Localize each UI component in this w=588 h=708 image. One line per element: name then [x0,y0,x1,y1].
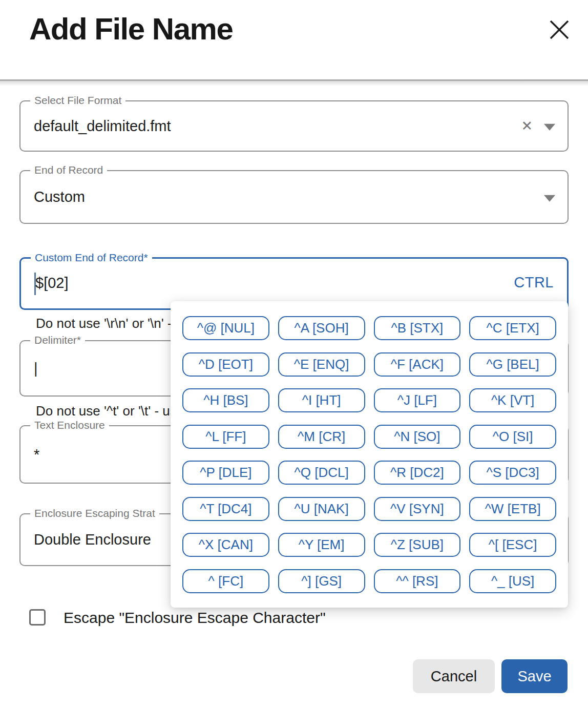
select-file-format-field[interactable]: Select File Format default_delimited.fmt… [19,100,569,152]
ctrl-key-button[interactable]: ^_ [US] [469,569,556,593]
ctrl-key-button[interactable]: ^ [FC] [182,569,269,593]
enclosure-escaping-strategy-value: Double Enclosure [34,531,151,548]
ctrl-key-button[interactable]: ^H [BS] [182,388,269,412]
end-of-record-field[interactable]: End of Record Custom [19,170,569,224]
ctrl-key-button[interactable]: ^Y [EM] [278,533,365,557]
ctrl-key-button[interactable]: ^@ [NUL] [182,316,269,340]
escape-enclosure-checkbox[interactable] [29,609,46,626]
ctrl-key-button[interactable]: ^S [DC3] [469,461,556,485]
close-icon [549,19,570,40]
ctrl-key-button[interactable]: ^K [VT] [469,388,556,412]
delimiter-value: | [34,360,38,377]
ctrl-key-button[interactable]: ^J [LF] [374,388,461,412]
ctrl-key-button[interactable]: ^M [CR] [278,425,365,449]
text-enclosure-label: Text Enclosure [30,419,109,431]
ctrl-adornment[interactable]: CTRL [514,274,554,290]
ctrl-key-button[interactable]: ^L [FF] [182,425,269,449]
ctrl-key-button[interactable]: ^T [DC4] [182,497,269,521]
escape-enclosure-checkbox-label[interactable]: Escape "Enclosure Escape Character" [64,609,326,627]
chevron-down-icon[interactable] [544,195,555,201]
ctrl-key-button[interactable]: ^U [NAK] [278,497,365,521]
custom-end-of-record-label: Custom End of Record* [31,252,152,264]
select-file-format-value: default_delimited.fmt [34,118,171,135]
end-of-record-value: Custom [34,189,85,205]
end-of-record-label: End of Record [30,164,107,176]
ctrl-key-button[interactable]: ^C [ETX] [469,316,556,340]
ctrl-key-button[interactable]: ^I [HT] [278,388,365,412]
chevron-down-icon[interactable] [544,124,555,131]
ctrl-key-button[interactable]: ^F [ACK] [374,352,461,377]
enclosure-escaping-strategy-label: Enclosure Escaping Strat [30,507,159,519]
close-button[interactable] [547,17,572,42]
ctrl-key-button[interactable]: ^W [ETB] [469,497,556,521]
ctrl-character-popup: ^@ [NUL] ^A [SOH] ^B [STX] ^C [ETX] ^D [… [171,301,568,608]
ctrl-key-button[interactable]: ^E [ENQ] [278,352,365,377]
cancel-button[interactable]: Cancel [413,659,495,693]
ctrl-key-button[interactable]: ^G [BEL] [469,352,556,377]
ctrl-key-button[interactable]: ^^ [RS] [374,569,461,593]
ctrl-key-button[interactable]: ^] [GS] [278,569,365,593]
ctrl-key-button[interactable]: ^D [EOT] [182,352,269,377]
delimiter-helper: Do not use '^t' or '\t' - us [36,403,177,419]
ctrl-key-button[interactable]: ^O [SI] [469,425,556,449]
ctrl-key-button[interactable]: ^Q [DCL] [278,461,365,485]
custom-end-of-record-value: $[02] [34,273,69,295]
clear-icon[interactable]: ✕ [521,119,533,133]
header-divider-shadow [0,81,588,86]
ctrl-key-button[interactable]: ^R [DC2] [374,461,461,485]
ctrl-key-button[interactable]: ^Z [SUB] [374,533,461,557]
custom-end-of-record-helper: Do not use '\r\n' or '\n' - [36,316,172,331]
ctrl-key-button[interactable]: ^X [CAN] [182,533,269,557]
save-button[interactable]: Save [501,659,568,693]
ctrl-key-button[interactable]: ^[ [ESC] [469,533,556,557]
select-file-format-label: Select File Format [30,94,125,107]
page-title: Add File Name [29,11,233,47]
ctrl-key-button[interactable]: ^N [SO] [374,425,461,449]
ctrl-key-button[interactable]: ^P [DLE] [182,461,269,485]
ctrl-key-button[interactable]: ^A [SOH] [278,316,365,340]
ctrl-key-button[interactable]: ^B [STX] [374,316,461,340]
text-enclosure-value: * [34,446,39,463]
delimiter-label: Delimiter* [30,334,85,346]
ctrl-key-button[interactable]: ^V [SYN] [374,497,461,521]
